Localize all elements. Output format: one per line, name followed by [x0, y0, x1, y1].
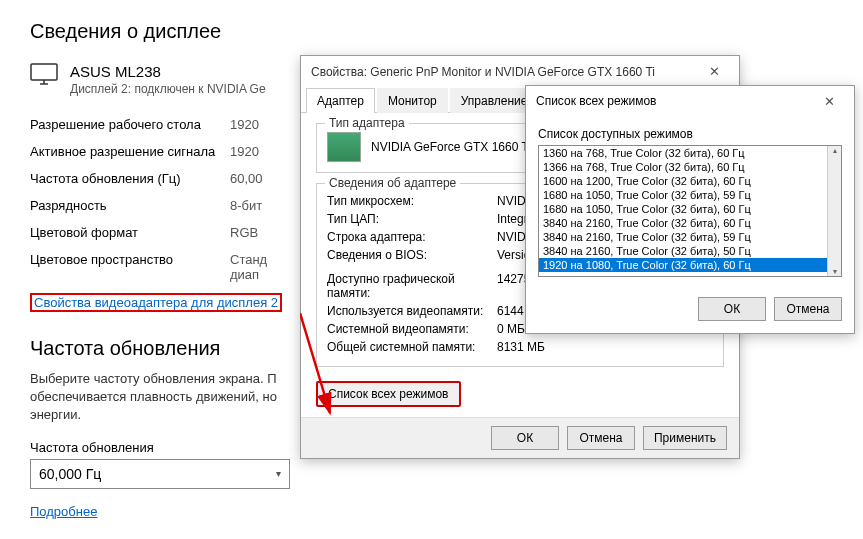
mode-item[interactable]: 1366 на 768, True Color (32 бита), 60 Гц — [539, 160, 841, 174]
all-modes-dialog: Список всех режимов ✕ Список доступных р… — [525, 85, 855, 334]
close-icon[interactable]: ✕ — [699, 64, 729, 79]
ok-button[interactable]: ОК — [491, 426, 559, 450]
page-title: Сведения о дисплее — [30, 20, 833, 43]
mode-item[interactable]: 3840 на 2160, True Color (32 бита), 60 Г… — [539, 216, 841, 230]
scrollbar[interactable]: ▴▾ — [827, 146, 841, 276]
gpu-card-icon — [327, 132, 361, 162]
adapter-type-group-title: Тип адаптера — [325, 116, 409, 130]
more-info-link[interactable]: Подробнее — [30, 504, 97, 519]
mode-item[interactable]: 1680 на 1050, True Color (32 бита), 60 Г… — [539, 202, 841, 216]
refresh-rate-description: Выберите частоту обновления экрана. П об… — [30, 370, 280, 425]
mode-item[interactable]: 3840 на 2160, True Color (32 бита), 50 Г… — [539, 244, 841, 258]
mode-item[interactable]: 1360 на 768, True Color (32 бита), 60 Гц — [539, 146, 841, 160]
dialog-title: Свойства: Generic PnP Monitor и NVIDIA G… — [311, 65, 699, 79]
monitor-name: ASUS ML238 — [70, 63, 266, 80]
cancel-button[interactable]: Отмена — [567, 426, 635, 450]
tab-monitor[interactable]: Монитор — [377, 88, 448, 113]
tab-adapter[interactable]: Адаптер — [306, 88, 375, 113]
adapter-details-group-title: Сведения об адаптере — [325, 176, 460, 190]
adapter-properties-link[interactable]: Свойства видеоадаптера для дисплея 2 — [34, 295, 278, 310]
monitor-connection: Дисплей 2: подключен к NVIDIA Ge — [70, 82, 266, 96]
cancel-button[interactable]: Отмена — [774, 297, 842, 321]
chevron-down-icon: ▾ — [276, 468, 281, 479]
adapter-detail-row: Общей системной памяти:8131 МБ — [327, 338, 713, 356]
apply-button[interactable]: Применить — [643, 426, 727, 450]
dialog-title: Список всех режимов — [536, 94, 814, 109]
mode-item[interactable]: 1600 на 1200, True Color (32 бита), 60 Г… — [539, 174, 841, 188]
modes-listbox[interactable]: 1360 на 768, True Color (32 бита), 60 Гц… — [538, 145, 842, 277]
svg-rect-0 — [31, 64, 57, 80]
mode-item[interactable]: 3840 на 2160, True Color (32 бита), 59 Г… — [539, 230, 841, 244]
adapter-name: NVIDIA GeForce GTX 1660 Ti — [371, 140, 531, 154]
refresh-rate-select[interactable]: 60,000 Гц ▾ — [30, 459, 290, 489]
modes-list-label: Список доступных режимов — [538, 127, 842, 141]
mode-item[interactable]: 1680 на 1050, True Color (32 бита), 59 Г… — [539, 188, 841, 202]
ok-button[interactable]: ОК — [698, 297, 766, 321]
monitor-icon — [30, 63, 58, 88]
close-icon[interactable]: ✕ — [814, 94, 844, 109]
mode-item-selected[interactable]: 1920 на 1080, True Color (32 бита), 60 Г… — [539, 258, 841, 272]
list-all-modes-button[interactable]: Список всех режимов — [316, 381, 461, 407]
